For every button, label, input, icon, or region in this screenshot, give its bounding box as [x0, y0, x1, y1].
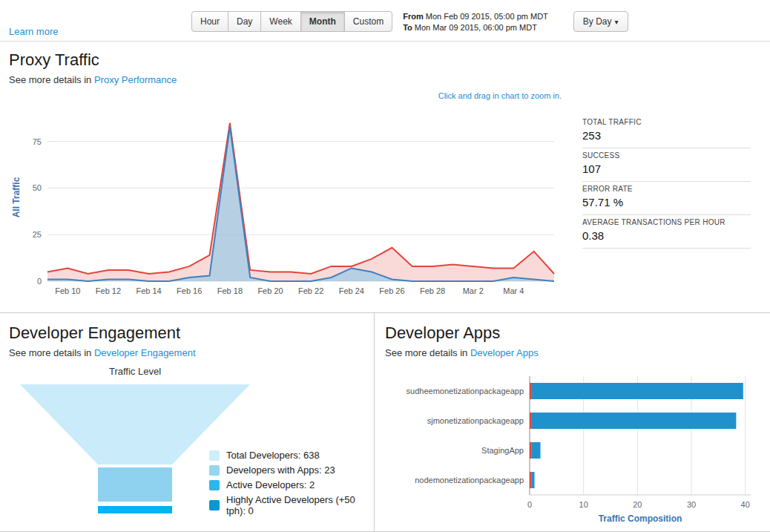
svg-text:Traffic Composition: Traffic Composition: [599, 513, 682, 524]
developer-engagement-link[interactable]: Developer Engagement: [94, 347, 196, 358]
apps-subtitle-text: See more details in: [385, 347, 470, 358]
stat-avg-transactions: AVERAGE TRANSACTIONS PER HOUR 0.38: [582, 215, 751, 249]
proxy-chart-column: 0255075Feb 10Feb 12Feb 14Feb 16Feb 18Feb…: [9, 102, 562, 306]
developer-engagement-section: Developer Engagement See more details in…: [0, 313, 374, 531]
svg-text:30: 30: [687, 500, 696, 509]
time-range-month-button[interactable]: Month: [300, 11, 345, 32]
proxy-traffic-row: 0255075Feb 10Feb 12Feb 14Feb 16Feb 18Feb…: [9, 102, 761, 306]
svg-text:Feb 18: Feb 18: [217, 286, 243, 295]
stat-value: 253: [582, 129, 751, 142]
developer-engagement-subtitle: See more details in Developer Engagement: [9, 347, 365, 358]
proxy-traffic-section: Proxy Traffic See more details in Proxy …: [0, 42, 770, 306]
legend-swatch-icon: [209, 450, 220, 461]
bottom-row: Developer Engagement See more details in…: [0, 312, 770, 532]
header-controls: Hour Day Week Month Custom From Mon Feb …: [191, 11, 628, 33]
learn-more-link[interactable]: Learn more: [9, 26, 58, 37]
time-range-button-group: Hour Day Week Month Custom: [191, 11, 392, 32]
legend-swatch-icon: [209, 465, 220, 476]
header: Learn more Hour Day Week Month Custom Fr…: [0, 0, 770, 42]
svg-text:25: 25: [33, 230, 42, 239]
legend-item-active-developers: Active Developers: 2: [209, 479, 365, 490]
to-value: Mon Mar 09 2015, 06:00 pm MDT: [415, 23, 537, 32]
developer-apps-section: Developer Apps See more details in Devel…: [374, 313, 770, 531]
legend-swatch-icon: [209, 500, 220, 510]
svg-text:Feb 10: Feb 10: [55, 286, 80, 295]
funnel-title: Traffic Level: [9, 366, 261, 377]
svg-text:Mar 2: Mar 2: [463, 286, 484, 295]
date-range-to: To Mon Mar 09 2015, 06:00 pm MDT: [403, 22, 548, 33]
stat-total-traffic: TOTAL TRAFFIC 253: [582, 115, 751, 148]
time-range-hour-button[interactable]: Hour: [191, 11, 228, 32]
legend-item-total-developers: Total Developers: 638: [209, 450, 365, 461]
legend-label: Total Developers: 638: [226, 450, 320, 461]
date-range-text: From Mon Feb 09 2015, 05:00 pm MDT To Mo…: [403, 11, 548, 33]
stat-label: TOTAL TRAFFIC: [582, 118, 751, 126]
svg-text:Feb 20: Feb 20: [257, 286, 283, 295]
svg-text:sjmonetizationpackageapp: sjmonetizationpackageapp: [427, 416, 524, 425]
zoom-hint: Click and drag in chart to zoom in.: [9, 91, 562, 100]
caret-down-icon: ▾: [615, 18, 619, 26]
svg-text:Feb 26: Feb 26: [379, 286, 404, 295]
svg-text:75: 75: [33, 137, 42, 146]
svg-text:Feb 16: Feb 16: [177, 286, 202, 295]
developer-apps-title: Developer Apps: [385, 324, 760, 343]
svg-text:Feb 22: Feb 22: [298, 286, 323, 295]
proxy-performance-link[interactable]: Proxy Performance: [94, 74, 177, 85]
svg-text:40: 40: [741, 500, 750, 509]
legend-swatch-icon: [209, 480, 220, 490]
from-label: From: [403, 12, 424, 21]
stat-label: ERROR RATE: [582, 185, 751, 193]
legend-label: Developers with Apps: 23: [226, 464, 335, 476]
proxy-traffic-chart[interactable]: 0255075Feb 10Feb 12Feb 14Feb 16Feb 18Feb…: [9, 102, 562, 303]
svg-text:All Traffic: All Traffic: [11, 177, 22, 217]
svg-text:StagingApp: StagingApp: [481, 446, 524, 455]
traffic-stats-panel: TOTAL TRAFFIC 253 SUCCESS 107 ERROR RATE…: [562, 102, 761, 306]
svg-text:Feb 28: Feb 28: [420, 286, 445, 295]
stat-label: AVERAGE TRANSACTIONS PER HOUR: [582, 218, 751, 226]
developer-apps-bar-chart: 010203040sudheemonetizationpackageappsjm…: [385, 372, 760, 526]
proxy-traffic-subtitle: See more details in Proxy Performance: [9, 74, 761, 85]
svg-text:0: 0: [527, 500, 532, 509]
svg-text:sudheemonetizationpackageapp: sudheemonetizationpackageapp: [407, 387, 524, 395]
stat-value: 0.38: [582, 229, 751, 242]
funnel-legend: Total Developers: 638 Developers with Ap…: [209, 446, 365, 516]
svg-text:50: 50: [33, 183, 42, 192]
funnel-area: Traffic Level Total Developers: 638 Deve…: [9, 366, 365, 521]
svg-text:Mar 4: Mar 4: [503, 286, 524, 295]
group-by-dropdown[interactable]: By Day▾: [573, 11, 628, 32]
svg-text:nodemonetizationpackageapp: nodemonetizationpackageapp: [415, 476, 524, 485]
engagement-subtitle-text: See more details in: [9, 347, 94, 358]
svg-text:10: 10: [579, 500, 588, 509]
legend-label: Highly Active Developers (+50 tph): 0: [226, 494, 365, 516]
stat-label: SUCCESS: [582, 151, 751, 160]
time-range-week-button[interactable]: Week: [260, 11, 300, 32]
developer-engagement-title: Developer Engagement: [9, 324, 365, 343]
stat-value: 107: [582, 162, 751, 175]
svg-text:20: 20: [633, 500, 642, 509]
to-label: To: [403, 23, 412, 32]
group-by-label: By Day: [583, 16, 612, 27]
stat-error-rate: ERROR RATE 57.71 %: [582, 182, 751, 215]
date-range-from: From Mon Feb 09 2015, 05:00 pm MDT: [403, 11, 548, 22]
stat-success: SUCCESS 107: [582, 148, 751, 182]
from-value: Mon Feb 09 2015, 05:00 pm MDT: [426, 12, 548, 21]
time-range-custom-button[interactable]: Custom: [344, 11, 392, 32]
proxy-subtitle-text: See more details in: [9, 74, 94, 85]
legend-item-developers-with-apps: Developers with Apps: 23: [209, 464, 365, 476]
stat-value: 57.71 %: [582, 196, 751, 208]
legend-label: Active Developers: 2: [226, 479, 315, 490]
svg-text:0: 0: [37, 277, 42, 286]
proxy-traffic-title: Proxy Traffic: [9, 50, 761, 70]
time-range-day-button[interactable]: Day: [228, 11, 261, 32]
legend-item-highly-active-developers: Highly Active Developers (+50 tph): 0: [209, 494, 365, 516]
svg-text:Feb 24: Feb 24: [339, 286, 364, 295]
svg-text:Feb 12: Feb 12: [96, 286, 121, 295]
developer-apps-subtitle: See more details in Developer Apps: [385, 347, 760, 358]
developer-apps-link[interactable]: Developer Apps: [470, 347, 539, 358]
svg-text:Feb 14: Feb 14: [136, 286, 161, 295]
